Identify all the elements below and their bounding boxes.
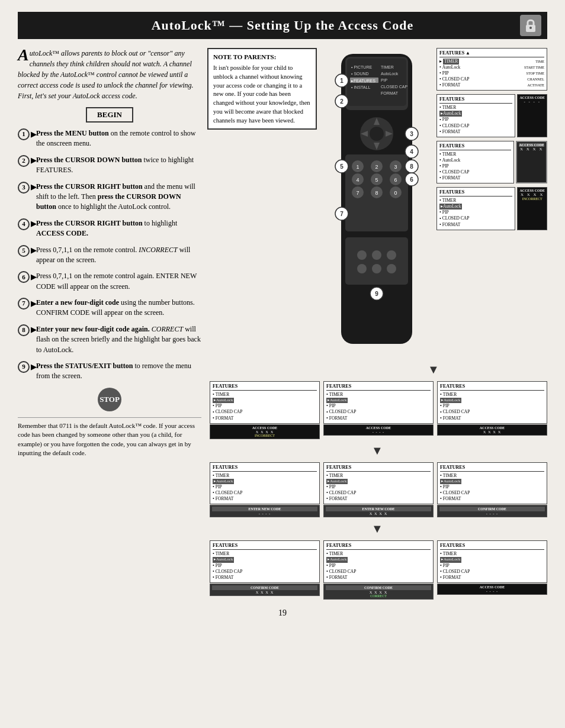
step-5-text: Press 0,7,1,1 on the remote control. INC… — [36, 245, 201, 266]
svg-text:5: 5 — [375, 177, 378, 183]
step-2-circle: 2 — [18, 155, 30, 167]
note-title: NOTE TO PARENTS: — [213, 53, 311, 62]
step2-panels: FEATURES •TIMER ▸AutoLock •PIP •CLOSED C… — [436, 94, 547, 137]
svg-point-44 — [357, 264, 367, 273]
left-column: A utoLock™ allows parents to block out o… — [18, 48, 201, 600]
page-container: AutoLock™ — Setting Up the Access Code A… — [0, 0, 565, 728]
step-4: 4 ▶ Press the CURSOR RIGHT button to hig… — [18, 218, 201, 239]
step-5-num: 5 ▶ — [18, 245, 36, 257]
step-7-circle: 7 — [18, 298, 30, 310]
step-1-circle: 1 — [18, 128, 30, 140]
main-content: A utoLock™ allows parents to block out o… — [18, 48, 547, 600]
step4-code-box: ACCESS CODE X X X X INCORRECT — [517, 187, 547, 230]
step-9: 9 ▶ Press the STATUS/EXIT button to remo… — [18, 361, 201, 382]
svg-text:PIP: PIP — [381, 78, 388, 82]
step-3-num: 3 ▶ — [18, 182, 36, 194]
mid-code-2: ACCESS CODE - - - - — [323, 424, 434, 436]
svg-text:▸FEATURES: ▸FEATURES — [351, 79, 375, 83]
step3-screen: FEATURES •TIMER •AutoLock •PIP •CLOSED C… — [436, 141, 514, 183]
right-column: NOTE TO PARENTS: It isn't possible for y… — [207, 48, 547, 600]
step3-code-box: ACCESS CODE X X X X — [516, 141, 547, 183]
svg-text:• PICTURE: • PICTURE — [351, 65, 372, 69]
step-2-text: Press the CURSOR DOWN button twice to hi… — [36, 155, 201, 176]
arrow-1: ▼ — [320, 363, 547, 376]
step-8-text: Enter your new four-digit code again. CO… — [36, 324, 201, 355]
svg-text:2: 2 — [375, 164, 378, 170]
svg-text:7: 7 — [340, 211, 344, 217]
svg-text:8: 8 — [375, 190, 378, 196]
svg-text:• INSTALL: • INSTALL — [351, 85, 370, 89]
svg-text:1: 1 — [356, 164, 359, 170]
intro-text: A utoLock™ allows parents to block out o… — [18, 48, 201, 101]
right-panels-top: FEATURES ▲ ▸TIMERTIME •AutoLockSTART TIM… — [436, 48, 547, 358]
arrow-3: ▼ — [207, 522, 547, 536]
confirm-row: FEATURES •TIMER ▸AutoLock •PIP •CLOSED C… — [210, 540, 547, 600]
step-1-text: Press the MENU button on the remote cont… — [36, 128, 201, 149]
step-5-circle: 5 — [18, 245, 30, 257]
page-number: 19 — [18, 608, 547, 618]
stop-box: STOP — [18, 388, 201, 411]
enc-panel-2: FEATURES •TIMER ▸AutoLock •PIP •CLOSED C… — [323, 462, 434, 518]
svg-text:TIMER: TIMER — [381, 65, 394, 69]
mid-code-3: ACCESS CODE X X X X — [437, 424, 547, 436]
arrow-2: ▼ — [207, 444, 547, 458]
step-9-text: Press the STATUS/EXIT button to remove t… — [36, 361, 201, 382]
svg-rect-40 — [345, 237, 408, 285]
svg-text:FORMAT: FORMAT — [381, 91, 399, 95]
step-9-circle: 9 — [18, 361, 30, 373]
step-5: 5 ▶ Press 0,7,1,1 on the remote control.… — [18, 245, 201, 266]
step-6: 6 ▶ Press 0,7,1,1 on the remote control … — [18, 271, 201, 292]
svg-point-45 — [372, 264, 381, 273]
remote-svg: • PICTURE • SOUND ▸FEATURES • INSTALL TI… — [320, 48, 433, 356]
step-3-text: Press the CURSOR RIGHT button and the me… — [36, 182, 201, 212]
step2-code-box: ACCESS CODE - - - - — [517, 94, 547, 137]
conf-panel-3: FEATURES •TIMER ▸AutoLock •PIP •CLOSED C… — [437, 540, 547, 600]
footer-note: Remember that 0711 is the default AutoLo… — [18, 417, 201, 458]
step-8-num: 8 ▶ — [18, 324, 36, 336]
drop-cap: A — [18, 48, 29, 62]
note-body: It isn't possible for your child to unbl… — [213, 64, 311, 125]
page-header: AutoLock™ — Setting Up the Access Code — [18, 12, 547, 39]
svg-text:9: 9 — [375, 291, 378, 297]
svg-text:CLOSED CAP: CLOSED CAP — [381, 85, 407, 89]
step-7-text: Enter a new four-digit code using the nu… — [36, 298, 201, 318]
step-6-num: 6 ▶ — [18, 271, 36, 283]
step1-panels: FEATURES ▲ ▸TIMERTIME •AutoLockSTART TIM… — [436, 48, 547, 91]
svg-text:4: 4 — [410, 149, 413, 155]
step-6-text: Press 0,7,1,1 on the remote control agai… — [36, 271, 201, 292]
step-2-num: 2 ▶ — [18, 155, 36, 167]
svg-text:7: 7 — [356, 190, 359, 196]
svg-text:0: 0 — [394, 190, 397, 196]
begin-box: BEGIN — [86, 107, 133, 123]
svg-text:• SOUND: • SOUND — [351, 72, 369, 76]
svg-text:8: 8 — [410, 163, 413, 170]
enc-panel-3: FEATURES •TIMER ▸AutoLock •PIP •CLOSED C… — [437, 462, 547, 518]
svg-text:5: 5 — [340, 163, 344, 170]
step-3: 3 ▶ Press the CURSOR RIGHT button and th… — [18, 182, 201, 212]
note-section: NOTE TO PARENTS: It isn't possible for y… — [207, 48, 317, 358]
step-9-num: 9 ▶ — [18, 361, 36, 373]
svg-point-1 — [529, 27, 532, 29]
step-7-num: 7 ▶ — [18, 298, 36, 310]
step-4-text: Press the CURSOR RIGHT button to highlig… — [36, 218, 201, 239]
step1-left-screen: FEATURES ▲ ▸TIMERTIME •AutoLockSTART TIM… — [436, 48, 547, 91]
svg-text:2: 2 — [340, 98, 344, 105]
step4-screen: FEATURES •TIMER ▸AutoLock •PIP •CLOSED C… — [436, 187, 515, 230]
step-4-circle: 4 — [18, 218, 30, 230]
svg-text:4: 4 — [356, 177, 359, 183]
svg-point-46 — [387, 264, 396, 273]
remote-section: • PICTURE • SOUND ▸FEATURES • INSTALL TI… — [320, 48, 433, 358]
enc-panel-1: FEATURES •TIMER ▸AutoLock •PIP •CLOSED C… — [210, 462, 320, 518]
note-box: NOTE TO PARENTS: It isn't possible for y… — [207, 48, 317, 130]
stop-circle: STOP — [98, 388, 121, 411]
svg-text:AutoLock: AutoLock — [381, 72, 399, 76]
svg-text:3: 3 — [394, 164, 397, 170]
step-2: 2 ▶ Press the CURSOR DOWN button twice t… — [18, 155, 201, 176]
step-1: 1 ▶ Press the MENU button on the remote … — [18, 128, 201, 149]
page-title: AutoLock™ — Setting Up the Access Code — [152, 18, 414, 33]
middle-panels-row: FEATURES •TIMER ▸AutoLock •PIP •CLOSED C… — [210, 381, 547, 439]
step3-panels: FEATURES •TIMER •AutoLock •PIP •CLOSED C… — [436, 141, 547, 183]
step-8: 8 ▶ Enter your new four-digit code again… — [18, 324, 201, 355]
step-8-circle: 8 — [18, 324, 30, 336]
svg-text:6: 6 — [394, 177, 397, 183]
